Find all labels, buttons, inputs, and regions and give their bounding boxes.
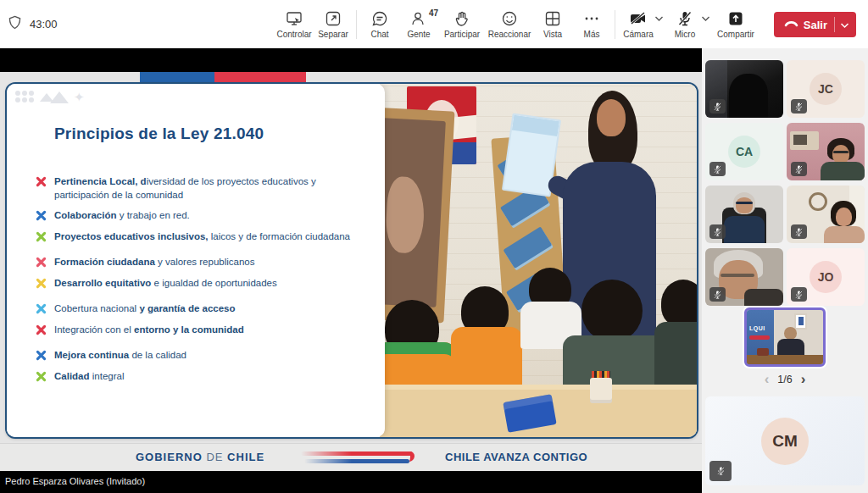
mic-muted-icon: [709, 162, 726, 176]
slide-bullet: Mejora continua de la calidad: [36, 349, 368, 363]
react-button[interactable]: Reaccionar: [486, 3, 533, 47]
mic-options-chevron[interactable]: [701, 15, 710, 22]
slide-bullet-list: Pertinencia Local, diversidad de los pro…: [36, 175, 368, 391]
mic-muted-icon: [791, 99, 807, 114]
leave-button[interactable]: Salir: [774, 12, 856, 37]
gallery-pager: ‹ 1/6 ›: [702, 371, 868, 388]
share-button[interactable]: Compartir: [712, 3, 760, 47]
mic-muted-icon: [791, 287, 807, 302]
office-banner-text: LQUI: [749, 325, 765, 331]
slide-bullet: Formación ciudadana y valores republican…: [36, 256, 368, 269]
mic-muted-icon: [791, 162, 807, 176]
mic-off-icon: [676, 10, 693, 27]
slide-accent-bar-blue: [140, 72, 214, 82]
slide-logo: ✦: [15, 91, 85, 103]
government-footer: GOBIERNO DE CHILE CHILE AVANZA CONTIGO: [0, 443, 702, 471]
participant-tile[interactable]: [705, 186, 783, 243]
shield-icon: [8, 15, 21, 33]
hang-up-icon: [784, 17, 798, 32]
avatar: CA: [728, 136, 760, 168]
camera-off-icon: [629, 10, 648, 27]
people-count-badge: 47: [429, 8, 438, 18]
pager-prev-chevron[interactable]: ‹: [765, 373, 770, 386]
control-button[interactable]: Controlar: [275, 3, 314, 47]
participant-tile[interactable]: [705, 248, 783, 306]
chat-button[interactable]: Chat: [360, 3, 399, 47]
popout-icon: [325, 10, 342, 27]
mic-muted-icon: [709, 99, 726, 114]
child: [661, 280, 698, 327]
x-bullet-icon: [36, 231, 47, 242]
avatar: JO: [810, 261, 842, 293]
camera-options-chevron[interactable]: [654, 15, 664, 22]
grid-view-icon: [544, 10, 561, 27]
raised-hand-icon: [453, 10, 470, 27]
popout-button[interactable]: Separar: [314, 3, 353, 47]
sparkle-icon: ✦: [74, 91, 85, 103]
mic-muted-icon: [791, 224, 807, 239]
meeting-toolbar: 43:00 Controlar Separar Chat 47: [0, 0, 868, 48]
ellipsis-icon: [583, 10, 600, 27]
leave-options-chevron[interactable]: [840, 17, 849, 32]
flag-swoosh-graphic: [301, 450, 420, 465]
slide-bullet: Calidad integral: [36, 370, 368, 384]
slide-bullet: Proyectos educativos inclusivos, laicos …: [36, 230, 368, 244]
mic-muted-icon: [709, 461, 732, 481]
active-speaker-tile[interactable]: LQUI: [744, 307, 826, 367]
child: [581, 280, 643, 342]
participant-tile[interactable]: [787, 123, 865, 180]
slide-bullet: Cobertura nacional y garantía de acceso: [36, 302, 368, 316]
participant-tile[interactable]: [787, 186, 865, 243]
slide-bullet: Integración con el entorno y la comunida…: [36, 324, 368, 337]
slide-accent-bar-red: [214, 72, 306, 82]
gobierno-de-chile-logo: GOBIERNO DE CHILE: [136, 451, 264, 463]
smiley-icon: [501, 10, 518, 27]
mic-muted-icon: [709, 224, 726, 239]
raise-hand-button[interactable]: Participar: [438, 3, 486, 47]
x-bullet-icon: [36, 324, 47, 335]
x-bullet-icon: [36, 303, 47, 314]
x-bullet-icon: [36, 371, 47, 382]
mic-muted-icon: [709, 287, 726, 302]
slide-bullet: Pertinencia Local, diversidad de los pro…: [36, 175, 368, 202]
participant-tile[interactable]: CA: [705, 123, 783, 180]
mic-button[interactable]: Micro: [665, 3, 704, 47]
presenter-name-bar: Pedro Esparza Olivares (Invitado): [0, 471, 702, 493]
x-bullet-icon: [36, 278, 47, 289]
x-bullet-icon: [36, 176, 47, 187]
share-screen-icon: [727, 10, 744, 27]
participant-tile[interactable]: CM: [705, 396, 865, 485]
more-button[interactable]: Más: [572, 3, 611, 47]
chat-icon: [371, 10, 388, 27]
shared-screen-stage: ✦ Principios de la Ley 21.040 Pertinenci…: [0, 48, 702, 493]
participant-tile[interactable]: JO: [787, 248, 865, 306]
participant-tile[interactable]: [705, 60, 783, 118]
presentation-slide: ✦ Principios de la Ley 21.040 Pertinenci…: [5, 82, 698, 439]
easel: [380, 108, 454, 324]
slide-title: Principios de la Ley 21.040: [54, 125, 264, 143]
monitor-cursor-icon: [286, 10, 303, 27]
camera-button[interactable]: Cámara: [619, 3, 658, 47]
slide-bullet: Colaboración y trabajo en red.: [36, 209, 368, 223]
avatar: JC: [810, 73, 842, 105]
x-bullet-icon: [36, 350, 47, 361]
participants-panel: JC CA JO: [702, 48, 868, 493]
pencil-cup: [590, 378, 612, 403]
stage-top-letterbox: [0, 48, 702, 72]
view-button[interactable]: Vista: [533, 3, 572, 47]
avatar: CM: [761, 418, 809, 465]
x-bullet-icon: [36, 257, 47, 268]
people-icon: 47: [410, 10, 427, 27]
chile-avanza-contigo-label: CHILE AVANZA CONTIGO: [445, 451, 587, 463]
x-bullet-icon: [36, 210, 47, 221]
participant-tile[interactable]: JC: [787, 60, 865, 118]
classroom-photo: [380, 84, 698, 437]
toolbar-divider: [615, 10, 615, 39]
toolbar-divider: [356, 10, 357, 39]
slide-text-panel: ✦ Principios de la Ley 21.040 Pertinenci…: [7, 84, 385, 437]
people-button[interactable]: 47 Gente: [399, 3, 438, 47]
meeting-timer: 43:00: [30, 18, 58, 30]
pager-label: 1/6: [777, 374, 792, 385]
pager-next-chevron[interactable]: ›: [801, 373, 806, 386]
slide-bullet: Desarrollo equitativo e igualdad de opor…: [36, 277, 368, 291]
